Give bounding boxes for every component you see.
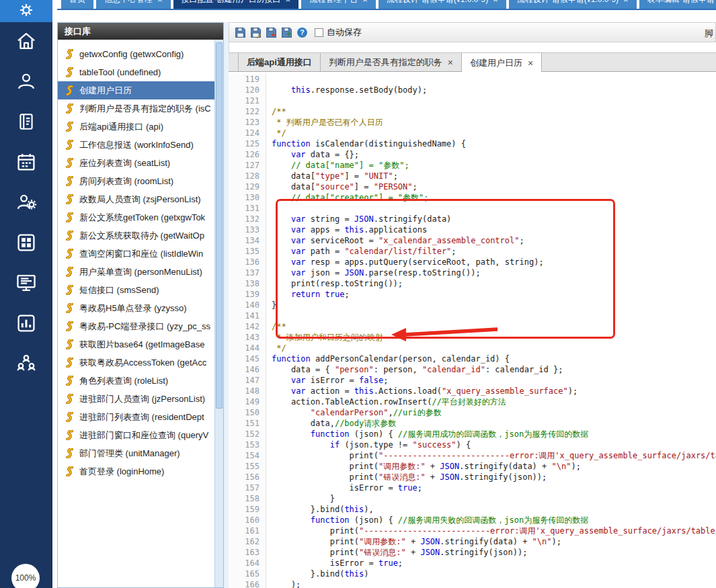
code-line[interactable]: 139 return true; — [229, 289, 716, 300]
scrollbar-thumb[interactable] — [216, 42, 223, 409]
code-line[interactable]: 166 ); — [229, 579, 716, 588]
list-item[interactable]: 查询空闲窗口和座位 (listIdleWin — [58, 245, 215, 263]
list-item[interactable]: 工作信息报送 (workInfoSend) — [58, 136, 215, 154]
bar-chart-icon[interactable] — [15, 312, 38, 335]
zoom-indicator[interactable]: 100% — [11, 564, 40, 588]
org-chart-icon[interactable] — [15, 352, 38, 375]
list-scrollbar[interactable] — [214, 40, 223, 587]
code-line[interactable]: 131 — [229, 203, 716, 214]
close-icon[interactable]: × — [528, 58, 533, 68]
code-line[interactable]: 165 }.bind(this) — [229, 569, 716, 579]
code-line[interactable]: 124 */ — [229, 128, 716, 138]
list-item[interactable]: 角色列表查询 (roleList) — [58, 372, 215, 390]
code-line[interactable]: 147 var isError = false; — [229, 375, 716, 386]
list-item[interactable]: getwxConfig (getwxConfig) — [58, 45, 215, 63]
code-editor[interactable]: 119120 this.response.setBody(body);12112… — [229, 72, 716, 588]
code-line[interactable]: 129 data["source"] = "PERSON"; — [229, 181, 716, 192]
code-line[interactable]: 156 print("错误消息:" + JSON.stringify(json)… — [229, 472, 716, 482]
code-line[interactable]: 137 var json = JSON.parse(resp.toString(… — [229, 267, 716, 278]
code-line[interactable]: 126 var data = {}; — [229, 149, 716, 160]
code-line[interactable]: 135 var path = "calendar/list/filter"; — [229, 246, 716, 257]
help-icon[interactable]: ? — [296, 27, 308, 38]
code-line[interactable]: 151 data,//body请求参数 — [229, 418, 716, 429]
code-line[interactable]: 138 print(resp.toString()); — [229, 278, 716, 289]
code-line[interactable]: 134 var serviceRoot = "x_calendar_assemb… — [229, 235, 716, 246]
list-item[interactable]: 部门管理类 (unitManager) — [58, 444, 215, 462]
list-item[interactable]: 进驻部门人员查询 (jzPersonList) — [58, 390, 215, 408]
code-line[interactable]: 148 var action = this.Actions.load("x_qu… — [229, 386, 716, 396]
top-tab[interactable]: 流程设计-请假申请(v1.0.0-9)× — [509, 0, 637, 9]
code-line[interactable]: 119 — [229, 74, 716, 85]
code-line[interactable]: 146 data = { "person": person, "calendar… — [229, 364, 716, 375]
list-item[interactable]: 座位列表查询 (seatList) — [58, 154, 215, 172]
close-icon[interactable]: × — [286, 0, 291, 4]
save-icon[interactable] — [235, 27, 246, 38]
top-tab[interactable]: 流程设计-请假申请(v1.0.0-9)× — [379, 0, 506, 9]
user-icon[interactable] — [15, 70, 38, 93]
code-line[interactable]: 150 "calendarPerson",//uri的参数 — [229, 407, 716, 418]
code-line[interactable]: 121 — [229, 95, 716, 106]
notebook-icon[interactable] — [15, 110, 38, 133]
list-item[interactable]: 首页登录 (loginHome) — [58, 462, 215, 480]
code-line[interactable]: 133 var apps = this.applications — [229, 224, 716, 235]
code-line[interactable]: 155 print("调用参数:" + JSON.stringify(data)… — [229, 461, 716, 472]
code-line[interactable]: 162 print("调用参数:" + JSON.stringify(data)… — [229, 536, 716, 547]
code-line[interactable]: 157 isError = true; — [229, 482, 716, 493]
list-item[interactable]: 房间列表查询 (roomList) — [58, 172, 215, 190]
code-line[interactable]: 161 print("--------------------------err… — [229, 526, 716, 536]
code-line[interactable]: 154 print("--------------------------err… — [229, 450, 716, 461]
code-line[interactable]: 159 }.bind(this), — [229, 504, 716, 515]
list-item[interactable]: 进驻部门窗口和座位查询 (queryV — [58, 426, 215, 444]
list-item[interactable]: 新公文系统获取待办 (getWaitOp — [58, 226, 215, 245]
list-item[interactable]: tableTool (undefined) — [58, 63, 215, 81]
code-line[interactable]: 149 action.TableAction.rowInsert(//平台封装好… — [229, 396, 716, 407]
code-line[interactable]: 152 function (json) { //服务调用成功的回调函数，json… — [229, 429, 716, 439]
list-item[interactable]: 政数局人员查询 (zsjPersonList) — [58, 190, 215, 208]
top-tab[interactable]: 接口配置-创建用户日历接口× — [173, 0, 299, 9]
autosave-checkbox[interactable] — [315, 28, 323, 37]
top-tab[interactable]: 流程管理平台× — [301, 0, 376, 9]
code-line[interactable]: 142/** — [229, 321, 716, 332]
code-line[interactable]: 140} — [229, 300, 716, 310]
save-as-icon[interactable] — [250, 27, 262, 38]
code-line[interactable]: 164 isError = true; — [229, 558, 716, 569]
code-line[interactable]: 136 var resp = apps.putQuery(serviceRoot… — [229, 257, 716, 267]
monitor-icon[interactable] — [15, 271, 38, 294]
list-item[interactable]: 短信接口 (smsSend) — [58, 281, 215, 299]
close-icon[interactable]: × — [362, 0, 368, 4]
top-tab[interactable]: 信息中心管理× — [96, 0, 171, 9]
list-item[interactable]: 进驻部门列表查询 (residentDept — [58, 408, 215, 426]
code-line[interactable]: 123 * 判断用户是否已有个人日历 — [229, 117, 716, 128]
list-item[interactable]: 新公文系统getToken (getxgwTok — [58, 208, 215, 226]
code-line[interactable]: 132 var string = JSON.stringify(data) — [229, 214, 716, 224]
autosave-toggle[interactable]: 自动保存 — [315, 26, 362, 38]
code-line[interactable]: 145function addPersonCalendar(person, ca… — [229, 353, 716, 364]
home-icon[interactable] — [15, 30, 38, 52]
code-line[interactable]: 158 } — [229, 493, 716, 504]
close-icon[interactable]: × — [157, 0, 163, 4]
top-tab[interactable]: 表单编辑-请假申请× — [639, 0, 716, 9]
code-line[interactable]: 125function isCalendar(distinguishedName… — [229, 138, 716, 149]
user-settings-icon[interactable] — [15, 191, 38, 214]
editor-tab[interactable]: 判断用户是否具有指定的职务× — [321, 53, 462, 71]
close-icon[interactable]: × — [623, 0, 629, 4]
list-item[interactable]: 后端api通用接口 (api) — [58, 118, 215, 136]
top-tab[interactable]: 首页 — [61, 0, 93, 9]
export-icon[interactable] — [281, 27, 292, 38]
list-item[interactable]: 获取图片base64 (getImageBase — [58, 335, 215, 353]
code-line[interactable]: 144 */ — [229, 343, 716, 353]
app-logo[interactable] — [0, 0, 52, 22]
code-line[interactable]: 122/** — [229, 106, 716, 117]
code-line[interactable]: 120 this.response.setBody(body); — [229, 85, 716, 95]
list-item[interactable]: 获取粤政易AccessToken (getAcc — [58, 353, 215, 372]
list-item[interactable]: 粤政易-PC端登录接口 (yzy_pc_ss — [58, 317, 215, 335]
code-line[interactable]: 163 print("错误消息:" + JSON.stringify(json)… — [229, 547, 716, 558]
list-item[interactable]: 粤政易H5单点登录 (yzysso) — [58, 299, 215, 317]
code-line[interactable]: 141 — [229, 310, 716, 321]
panel-header[interactable]: 接口库 — [58, 23, 223, 40]
code-line[interactable]: 160 function (json) { //服务调用失败的回调函数，json… — [229, 515, 716, 526]
close-icon[interactable]: × — [493, 0, 498, 4]
calendar-icon[interactable] — [15, 151, 38, 173]
code-line[interactable]: 128 data["type"] = "UNIT"; — [229, 171, 716, 181]
code-line[interactable]: 127 // data["name"] = "参数"; — [229, 160, 716, 171]
